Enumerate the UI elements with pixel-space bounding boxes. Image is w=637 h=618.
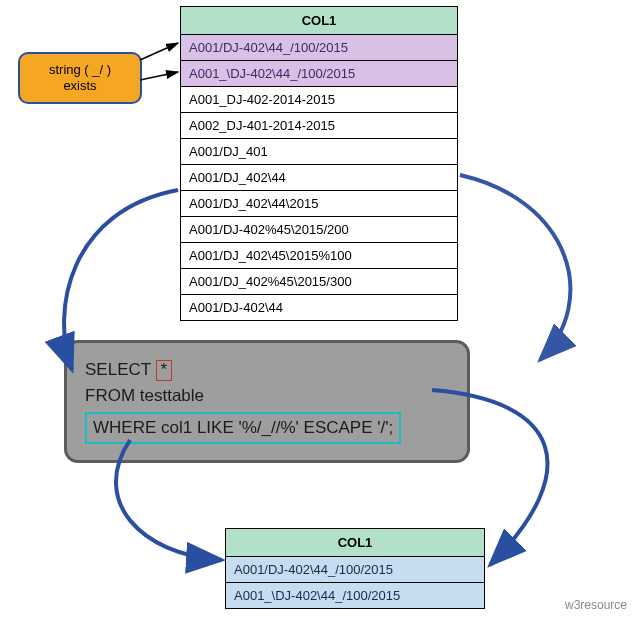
table-row: A001/DJ_402\44\2015 (181, 191, 458, 217)
table-cell: A001/DJ-402\44 (181, 295, 458, 321)
table-row: A001/DJ_402\45\2015%100 (181, 243, 458, 269)
table-row: A001_DJ-402-2014-2015 (181, 87, 458, 113)
table-row: A002_DJ-401-2014-2015 (181, 113, 458, 139)
source-table: COL1 A001/DJ-402\44_/100/2015A001_\DJ-40… (180, 6, 458, 321)
table-row: A001/DJ_402%45\2015/300 (181, 269, 458, 295)
table-row: A001/DJ-402\44_/100/2015 (226, 557, 485, 583)
callout-string-exists: string ( _/ ) exists (18, 52, 142, 104)
sql-query-box: SELECT * FROM testtable WHERE col1 LIKE … (64, 340, 470, 463)
table-row: A001/DJ_401 (181, 139, 458, 165)
table-cell: A001/DJ_402\45\2015%100 (181, 243, 458, 269)
table-cell: A001/DJ_401 (181, 139, 458, 165)
table-cell: A002_DJ-401-2014-2015 (181, 113, 458, 139)
callout-line2: exists (63, 78, 96, 93)
table-cell: A001/DJ_402\44\2015 (181, 191, 458, 217)
table-cell: A001/DJ-402%45\2015/200 (181, 217, 458, 243)
table-cell: A001/DJ-402\44_/100/2015 (181, 35, 458, 61)
table-cell: A001_\DJ-402\44_/100/2015 (226, 583, 485, 609)
credit-text: w3resource (565, 598, 627, 612)
table-row: A001/DJ-402%45\2015/200 (181, 217, 458, 243)
source-table-header: COL1 (181, 7, 458, 35)
table-cell: A001/DJ_402\44 (181, 165, 458, 191)
table-row: A001_\DJ-402\44_/100/2015 (226, 583, 485, 609)
sql-from-line: FROM testtable (85, 383, 449, 409)
callout-line1: string ( _/ ) (49, 62, 111, 77)
svg-line-0 (140, 43, 178, 60)
sql-select-keyword: SELECT (85, 360, 151, 379)
svg-line-1 (140, 72, 178, 80)
result-table-header: COL1 (226, 529, 485, 557)
table-cell: A001_DJ-402-2014-2015 (181, 87, 458, 113)
table-row: A001/DJ-402\44 (181, 295, 458, 321)
sql-where-line: WHERE col1 LIKE '%/_//%' ESCAPE '/'; (85, 412, 401, 444)
table-row: A001/DJ-402\44_/100/2015 (181, 35, 458, 61)
table-row: A001_\DJ-402\44_/100/2015 (181, 61, 458, 87)
result-table: COL1 A001/DJ-402\44_/100/2015A001_\DJ-40… (225, 528, 485, 609)
table-cell: A001_\DJ-402\44_/100/2015 (181, 61, 458, 87)
table-cell: A001/DJ-402\44_/100/2015 (226, 557, 485, 583)
sql-select-star: * (156, 360, 173, 381)
table-cell: A001/DJ_402%45\2015/300 (181, 269, 458, 295)
table-row: A001/DJ_402\44 (181, 165, 458, 191)
